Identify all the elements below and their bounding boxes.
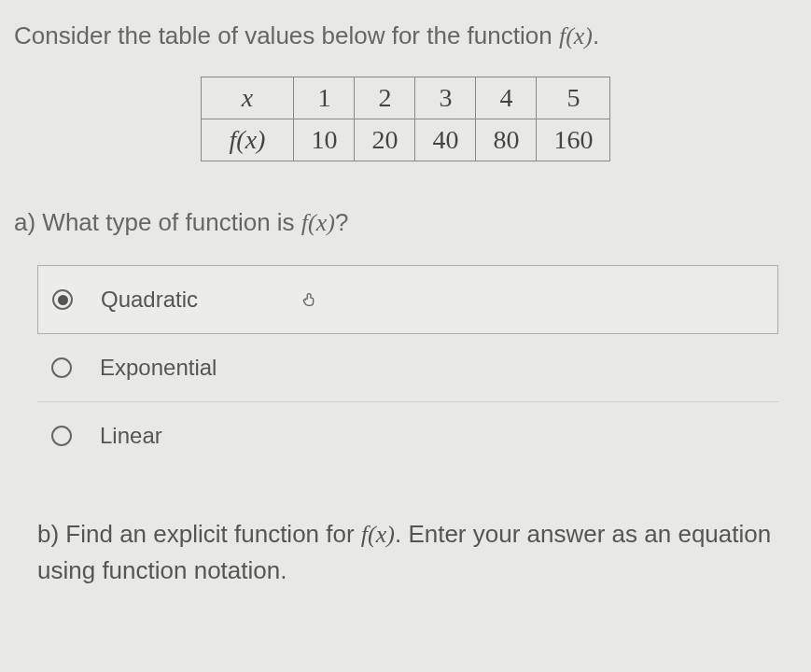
pointer-cursor-icon [300, 289, 320, 310]
table-cell: 5 [537, 77, 610, 119]
table-cell: 80 [476, 119, 537, 161]
radio-linear[interactable] [51, 426, 72, 446]
option-linear[interactable]: Linear [37, 402, 778, 469]
table-cell: 2 [355, 77, 415, 119]
radio-options: Quadratic Exponential Linear [37, 265, 778, 469]
radio-quadratic[interactable] [52, 289, 73, 310]
row-header-x: x [201, 77, 294, 119]
prompt-text-suffix: . [593, 21, 599, 49]
table-cell: 20 [355, 119, 415, 161]
values-table-wrapper: x 1 2 3 4 5 f(x) 10 20 40 80 160 [14, 77, 797, 161]
part-a-fx: f(x) [301, 209, 335, 236]
part-b-prefix: b) Find an explicit function for [37, 520, 361, 548]
table-cell: 160 [537, 119, 610, 161]
prompt-fx: f(x) [559, 22, 593, 49]
table-cell: 3 [415, 77, 476, 119]
option-exponential[interactable]: Exponential [37, 334, 778, 402]
part-a-suffix: ? [335, 208, 348, 236]
part-b-fx: f(x) [361, 521, 395, 548]
table-cell: 4 [476, 77, 537, 119]
question-prompt: Consider the table of values below for t… [14, 19, 797, 53]
values-table: x 1 2 3 4 5 f(x) 10 20 40 80 160 [201, 77, 611, 161]
part-a-label: a) What type of function is f(x)? [14, 208, 797, 237]
row-header-fx: f(x) [201, 119, 294, 161]
table-cell: 40 [415, 119, 476, 161]
prompt-text-prefix: Consider the table of values below for t… [14, 21, 559, 49]
part-b-label: b) Find an explicit function for f(x). E… [14, 516, 797, 589]
table-cell: 10 [294, 119, 355, 161]
option-label: Quadratic [101, 287, 198, 313]
table-row: x 1 2 3 4 5 [201, 77, 610, 119]
table-cell: 1 [294, 77, 355, 119]
option-label: Exponential [100, 355, 217, 381]
part-a-prefix: a) What type of function is [14, 208, 301, 236]
option-label: Linear [100, 423, 162, 449]
option-quadratic[interactable]: Quadratic [37, 265, 778, 334]
table-row: f(x) 10 20 40 80 160 [201, 119, 610, 161]
radio-exponential[interactable] [51, 357, 72, 378]
